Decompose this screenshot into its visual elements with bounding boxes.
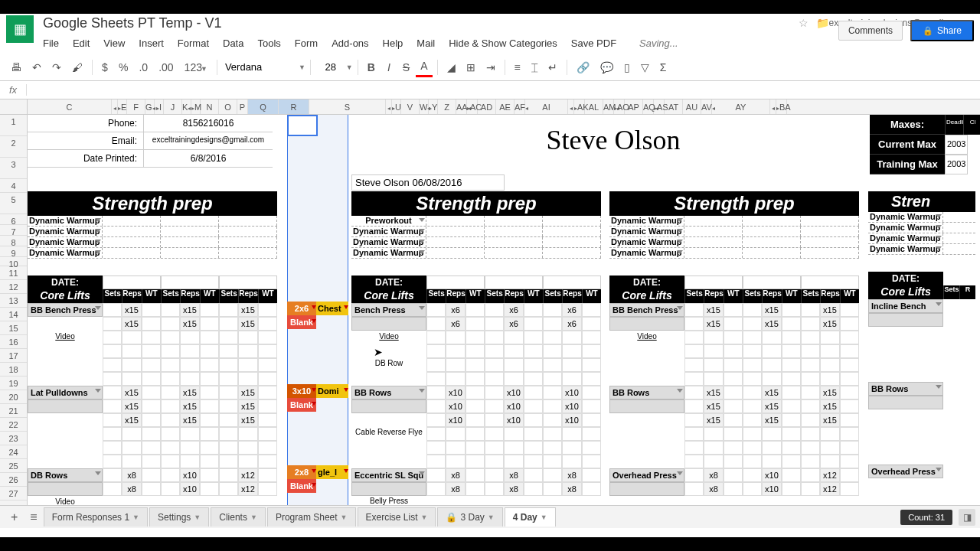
more-formats-icon[interactable]: 123▼ — [180, 58, 212, 77]
undo-icon[interactable]: ↶ — [28, 58, 46, 77]
functions-icon[interactable]: Σ — [655, 58, 671, 77]
sheets-logo[interactable]: ▦ — [6, 15, 34, 43]
menu-file[interactable]: File — [37, 34, 65, 52]
menu-form[interactable]: Form — [289, 34, 324, 52]
phone-label: Phone: — [28, 115, 144, 132]
bold-icon[interactable]: B — [363, 58, 380, 77]
active-cell[interactable] — [287, 115, 318, 136]
fill-color-icon[interactable]: ◢ — [443, 58, 460, 77]
workout-block-4: Stren Dynamic Warmup Dynamic Warmup Dyna… — [868, 191, 975, 478]
menu-format[interactable]: Format — [172, 34, 215, 52]
picker-column: 2x6Chest Blank — [287, 302, 348, 329]
doc-title[interactable]: Google Sheets PT Temp - V1 — [43, 15, 791, 31]
menu-edit[interactable]: Edit — [67, 34, 96, 52]
menubar: File Edit View Insert Format Data Tools … — [0, 32, 980, 54]
dec-decrease-icon[interactable]: .0 — [134, 58, 152, 77]
percent-icon[interactable]: % — [114, 58, 132, 77]
tab-3day[interactable]: 🔒3 Day▼ — [437, 507, 502, 527]
email-value[interactable]: exceltrainingdesigns@gmail.com — [144, 132, 273, 149]
valign-icon[interactable]: ⌶ — [527, 58, 542, 77]
row-headers[interactable]: 1234 5678910 1112131415161718 1920212223… — [0, 115, 28, 505]
phone-value[interactable]: 8156216016 — [144, 115, 273, 132]
date-printed-label: Date Printed: — [28, 150, 144, 167]
tab-clients[interactable]: Clients▼ — [211, 507, 266, 527]
tab-exercise-list[interactable]: Exercise List▼ — [358, 507, 436, 527]
tabs-bar: + ≡ Form Responses 1▼ Settings▼ Clients▼… — [0, 505, 980, 528]
dec-increase-icon[interactable]: .00 — [154, 58, 178, 77]
workout-block-3: Strength prep Dynamic Warmup Dynamic War… — [609, 191, 859, 496]
menu-tools[interactable]: Tools — [251, 34, 286, 52]
client-name[interactable]: Steve Olson — [351, 115, 876, 165]
comments-button[interactable]: Comments — [838, 21, 903, 41]
explore-icon[interactable]: ◨ — [959, 509, 975, 526]
menu-view[interactable]: View — [97, 34, 131, 52]
column-headers[interactable]: C ◂ ▸E F G◂ ▸I J K◂ ▸M N O P Q R S ◂ ▸U … — [0, 99, 980, 115]
count-display[interactable]: Count: 31 — [900, 510, 952, 525]
tab-4day[interactable]: 4 Day▼ — [505, 507, 556, 527]
link-icon[interactable]: 🔗 — [572, 58, 594, 77]
email-label: Email: — [28, 132, 144, 149]
date-printed-value[interactable]: 6/8/2016 — [144, 150, 273, 167]
menu-insert[interactable]: Insert — [132, 34, 170, 52]
halign-icon[interactable]: ≡ — [510, 58, 525, 77]
menu-savepdf[interactable]: Save PDF — [565, 34, 622, 52]
chart-icon[interactable]: ▯ — [619, 58, 635, 77]
date-stamp[interactable]: Steve Olson 06/08/2016 — [351, 174, 505, 191]
cells-area[interactable]: Phone:8156216016 Email:exceltrainingdesi… — [28, 115, 980, 505]
redo-icon[interactable]: ↷ — [47, 58, 66, 77]
workout-block-2: Strength prep Preworkout Dynamic Warmup … — [351, 191, 601, 505]
wrap-icon[interactable]: ↵ — [544, 58, 562, 77]
borders-icon[interactable]: ⊞ — [462, 58, 480, 77]
lock-icon: 🔒 — [923, 26, 933, 36]
workout-block-1: Strength prep Dynamic Warmup Dynamic War… — [28, 191, 277, 505]
text-color-icon[interactable]: A — [416, 57, 432, 77]
formula-input[interactable] — [27, 83, 980, 97]
filter-icon[interactable]: ▽ — [636, 58, 654, 77]
toolbar: 🖶 ↶ ↷ 🖌 $ % .0 .00 123▼ Verdana▼ 28▼ B I… — [0, 54, 980, 81]
tab-settings[interactable]: Settings▼ — [149, 507, 209, 527]
tab-form-responses[interactable]: Form Responses 1▼ — [44, 507, 148, 527]
share-button[interactable]: 🔒Share — [910, 20, 974, 41]
strike-icon[interactable]: S — [398, 58, 414, 77]
video-link[interactable]: Video — [28, 331, 103, 344]
select-all-corner[interactable] — [0, 99, 28, 114]
lock-icon: 🔒 — [446, 512, 457, 523]
all-sheets-icon[interactable]: ≡ — [24, 507, 43, 527]
comment-icon[interactable]: 💬 — [596, 58, 618, 77]
add-sheet-icon[interactable]: + — [5, 507, 24, 527]
fx-label: fx — [0, 84, 27, 96]
font-size[interactable]: 28 — [315, 61, 346, 73]
star-icon[interactable]: ☆ — [799, 17, 808, 29]
maxes-block: Maxes:DeadliCl Current Max2003 Training … — [870, 115, 980, 174]
print-icon[interactable]: 🖶 — [6, 58, 26, 77]
tab-program-sheet[interactable]: Program Sheet▼ — [267, 507, 356, 527]
font-select[interactable]: Verdana — [222, 60, 299, 74]
menu-data[interactable]: Data — [217, 34, 250, 52]
folder-icon[interactable]: 📁 — [816, 17, 829, 29]
menu-help[interactable]: Help — [377, 34, 410, 52]
menu-mail[interactable]: Mail — [410, 34, 441, 52]
italic-icon[interactable]: I — [381, 58, 397, 77]
paint-format-icon[interactable]: 🖌 — [67, 58, 87, 77]
currency-icon[interactable]: $ — [97, 58, 113, 77]
merge-icon[interactable]: ⇥ — [482, 58, 500, 77]
saving-status: Saving... — [633, 34, 684, 52]
menu-addons[interactable]: Add-ons — [325, 34, 374, 52]
menu-hideshow[interactable]: Hide & Show Categories — [443, 34, 564, 52]
